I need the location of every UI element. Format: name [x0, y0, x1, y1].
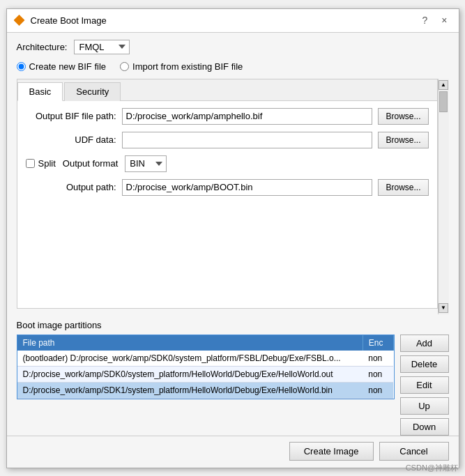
cell-filepath: D:/procise_work/amp/SDK0/system_platform… [17, 366, 363, 382]
udf-input[interactable] [122, 132, 373, 148]
create-new-radio-option[interactable]: Create new BIF file [17, 61, 107, 72]
tab-scrollbar[interactable]: ▲ ▼ [438, 79, 449, 314]
split-checkbox[interactable] [26, 159, 35, 168]
output-path-row: Output path: Browse... [26, 179, 429, 196]
tab-basic[interactable]: Basic [17, 82, 63, 101]
radio-row: Create new BIF file Import from existing… [17, 61, 449, 72]
cell-enc: non [363, 382, 393, 398]
add-button[interactable]: Add [400, 335, 449, 352]
title-bar-left: Create Boot Image [14, 15, 107, 26]
partition-section-label: Boot image partitions [17, 320, 449, 330]
dialog-title: Create Boot Image [31, 15, 107, 26]
cell-enc: non [363, 366, 393, 382]
delete-button[interactable]: Delete [400, 355, 449, 373]
tabs-container: Basic Security Output BIF file path: Bro… [17, 79, 438, 309]
title-bar: Create Boot Image ? × [7, 9, 459, 33]
arch-select[interactable]: FMQL Zynq ZynqMP [74, 40, 130, 54]
dialog-body: Architecture: FMQL Zynq ZynqMP Create ne… [7, 33, 459, 436]
output-format-select[interactable]: BIN MCS HEX [125, 155, 167, 172]
import-radio[interactable] [120, 62, 129, 71]
import-label: Import from existing BIF file [132, 61, 243, 72]
close-button[interactable]: × [437, 14, 451, 26]
udf-browse-button[interactable]: Browse... [378, 132, 428, 148]
tab-content-basic: Output BIF file path: Browse... UDF data… [17, 101, 437, 308]
scroll-up-arrow[interactable]: ▲ [439, 80, 448, 90]
output-format-label: Output format [63, 158, 118, 169]
scroll-thumb[interactable] [439, 91, 448, 112]
table-row[interactable]: D:/procise_work/amp/SDK0/system_platform… [17, 366, 394, 382]
output-bif-input[interactable] [122, 108, 373, 125]
help-button[interactable]: ? [418, 14, 432, 26]
partition-and-buttons: File path Enc (bootloader) D:/procise_wo… [17, 335, 449, 436]
partition-section: Boot image partitions File path Enc [17, 320, 449, 436]
output-bif-label: Output BIF file path: [26, 111, 116, 121]
table-scroll-container[interactable]: File path Enc (bootloader) D:/procise_wo… [17, 335, 394, 399]
table-header-row: File path Enc [17, 335, 394, 351]
create-boot-image-dialog: Create Boot Image ? × Architecture: FMQL… [6, 8, 459, 468]
col-header-filepath: File path [17, 335, 363, 351]
split-checkbox-label[interactable]: Split [26, 158, 56, 169]
col-header-enc: Enc [363, 335, 393, 351]
table-row[interactable]: D:/procise_work/amp/SDK1/system_platform… [17, 382, 394, 398]
down-button[interactable]: Down [400, 418, 449, 436]
title-bar-right: ? × [418, 14, 452, 26]
dialog-footer: Create Image Cancel [7, 436, 459, 468]
split-label: Split [38, 158, 56, 169]
create-image-button[interactable]: Create Image [289, 442, 374, 461]
udf-row: UDF data: Browse... [26, 132, 429, 148]
cell-filepath: D:/procise_work/amp/SDK1/system_platform… [17, 382, 363, 398]
tab-bar: Basic Security [17, 79, 437, 101]
output-path-browse-button[interactable]: Browse... [378, 179, 428, 196]
scroll-down-arrow[interactable]: ▼ [439, 303, 448, 313]
split-row: Split Output format BIN MCS HEX [26, 155, 429, 172]
import-radio-option[interactable]: Import from existing BIF file [120, 61, 243, 72]
output-bif-browse-button[interactable]: Browse... [378, 108, 428, 125]
partition-left: File path Enc (bootloader) D:/procise_wo… [17, 335, 395, 436]
arch-label: Architecture: [17, 42, 68, 52]
cell-filepath: (bootloader) D:/procise_work/amp/SDK0/sy… [17, 351, 363, 367]
partition-table-container: File path Enc (bootloader) D:/procise_wo… [17, 335, 395, 399]
cancel-button[interactable]: Cancel [379, 442, 449, 461]
up-button[interactable]: Up [400, 397, 449, 415]
arch-row: Architecture: FMQL Zynq ZynqMP [17, 40, 449, 54]
tab-security[interactable]: Security [64, 82, 121, 101]
output-path-input[interactable] [122, 179, 373, 196]
output-path-label: Output path: [26, 182, 116, 192]
create-new-radio[interactable] [17, 62, 26, 71]
udf-label: UDF data: [26, 135, 116, 145]
table-row[interactable]: (bootloader) D:/procise_work/amp/SDK0/sy… [17, 351, 394, 367]
edit-button[interactable]: Edit [400, 376, 449, 394]
partition-table: File path Enc (bootloader) D:/procise_wo… [17, 335, 394, 399]
cell-enc: non [363, 351, 393, 367]
partition-buttons: Add Delete Edit Up Down [400, 335, 449, 436]
app-icon [14, 15, 25, 26]
tabs-wrapper: Basic Security Output BIF file path: Bro… [17, 79, 449, 314]
create-new-label: Create new BIF file [29, 61, 107, 72]
output-bif-row: Output BIF file path: Browse... [26, 108, 429, 125]
